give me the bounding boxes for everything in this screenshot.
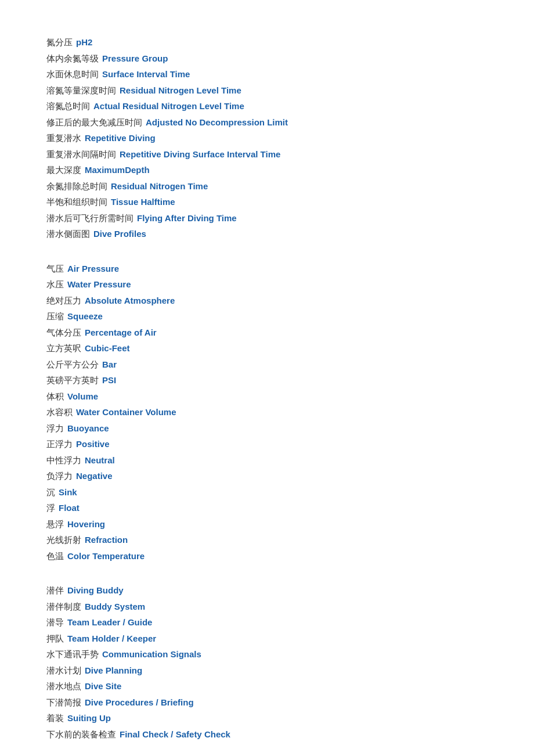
chinese-term: 修正后的最大免减压时间 [46,117,142,127]
term-line: 潜水后可飞行所需时间Flying After Diving Time [46,211,488,226]
chinese-term: 潜水侧面图 [46,229,90,239]
term-line: 英磅平方英时PSI [46,373,488,388]
chinese-term: 潜水地点 [46,681,81,691]
english-term: MaximumDepth [85,165,150,175]
term-line: 水下通讯手势Communication Signals [46,647,488,662]
term-line: 公斤平方公分Bar [46,357,488,372]
chinese-term: 氮分压 [46,37,73,47]
english-term: Volume [67,391,98,401]
chinese-term: 最大深度 [46,165,81,175]
term-line: 下水前的装备检查Final Check / Safety Check [46,727,488,742]
english-term: Buddy System [85,602,145,611]
chinese-term: 潜水计划 [46,665,81,675]
chinese-term: 沉 [46,487,55,497]
chinese-term: 水容积 [46,407,73,417]
term-line: 下潜简报Dive Procedures / Briefing [46,695,488,710]
english-term: Percentage of Air [85,327,157,337]
english-term: Positive [76,439,110,449]
term-line: 悬浮Hovering [46,517,488,532]
english-term: pH2 [76,37,92,47]
term-line: 氮分压pH2 [46,35,488,50]
english-term: Team Holder / Keeper [67,633,156,643]
chinese-term: 气体分压 [46,327,81,337]
term-line: 潜伴制度Buddy System [46,599,488,614]
english-term: Flying After Diving Time [137,213,237,223]
chinese-term: 潜伴 [46,585,64,595]
term-line: 体内余氮等级Pressure Group [46,51,488,66]
chinese-term: 潜导 [46,617,64,627]
term-line: 重复潜水Repetitive Diving [46,131,488,146]
chinese-term: 溶氮总时间 [46,101,90,111]
term-line: 押队Team Holder / Keeper [46,631,488,646]
term-line: 正浮力Positive [46,437,488,452]
english-term: Buoyance [67,423,109,433]
english-term: Final Check / Safety Check [120,729,230,739]
chinese-term: 重复潜水间隔时间 [46,149,116,159]
chinese-term: 水下通讯手势 [46,649,99,659]
english-term: Squeeze [67,311,103,321]
english-term: Bar [102,359,117,369]
english-term: Repetitive Diving [85,133,156,143]
content-container: 氮分压pH2体内余氮等级Pressure Group水面休息时间Surface … [46,35,488,741]
english-term: Water Container Volume [76,407,176,417]
english-term: Diving Buddy [67,585,124,595]
chinese-term: 水面休息时间 [46,69,99,79]
chinese-term: 浮力 [46,423,64,433]
term-line: 光线折射Refraction [46,532,488,548]
term-line: 水压Water Pressure [46,277,488,292]
english-term: Dive Site [85,681,121,691]
section-divider [46,574,488,583]
chinese-term: 立方英呎 [46,343,81,353]
section-section3: 潜伴Diving Buddy潜伴制度Buddy System潜导Team Lea… [46,583,488,741]
term-line: 沉Sink [46,485,488,500]
chinese-term: 体内余氮等级 [46,53,99,63]
english-term: Actual Residual Nitrogen Level Time [93,101,244,111]
section-divider [46,252,488,261]
chinese-term: 公斤平方公分 [46,359,99,369]
english-term: Sink [59,487,77,497]
chinese-term: 水压 [46,279,64,289]
chinese-term: 押队 [46,633,64,643]
english-term: Absolute Atmosphere [85,296,175,305]
chinese-term: 正浮力 [46,439,73,449]
term-line: 水容积Water Container Volume [46,405,488,420]
section-section1: 氮分压pH2体内余氮等级Pressure Group水面休息时间Surface … [46,35,488,242]
term-line: 气压Air Pressure [46,261,488,276]
chinese-term: 下潜简报 [46,697,81,707]
chinese-term: 下水前的装备检查 [46,729,116,739]
term-line: 半饱和组织时间Tissue Halftime [46,195,488,210]
term-line: 余氮排除总时间Residual Nitrogen Time [46,179,488,194]
chinese-term: 浮 [46,503,55,513]
chinese-term: 体积 [46,391,64,401]
chinese-term: 英磅平方英时 [46,375,99,385]
chinese-term: 中性浮力 [46,455,81,465]
term-line: 绝对压力Absolute Atmosphere [46,293,488,308]
chinese-term: 绝对压力 [46,296,81,305]
term-line: 潜水计划Dive Planning [46,663,488,678]
english-term: Suiting Up [67,713,111,723]
chinese-term: 着装 [46,713,64,723]
chinese-term: 负浮力 [46,471,73,481]
term-line: 重复潜水间隔时间Repetitive Diving Surface Interv… [46,147,488,162]
term-line: 修正后的最大免减压时间Adjusted No Decompression Lim… [46,115,488,130]
chinese-term: 气压 [46,264,64,273]
chinese-term: 溶氮等量深度时间 [46,85,116,95]
term-line: 中性浮力Neutral [46,453,488,468]
term-line: 潜伴Diving Buddy [46,583,488,598]
term-line: 压缩Squeeze [46,309,488,324]
english-term: Hovering [67,519,105,529]
section-section2: 气压Air Pressure水压Water Pressure绝对压力Absolu… [46,261,488,564]
term-line: 水面休息时间Surface Interval Time [46,67,488,82]
english-term: Adjusted No Decompression Limit [146,117,288,127]
english-term: Residual Nitrogen Level Time [120,85,241,95]
chinese-term: 余氮排除总时间 [46,181,107,191]
chinese-term: 压缩 [46,311,64,321]
term-line: 立方英呎Cubic-Feet [46,341,488,356]
term-line: 色温Color Temperature [46,549,488,564]
term-line: 溶氮等量深度时间Residual Nitrogen Level Time [46,83,488,98]
english-term: PSI [102,375,116,385]
english-term: Pressure Group [102,53,168,63]
english-term: Dive Planning [85,665,142,675]
chinese-term: 悬浮 [46,519,64,529]
term-line: 气体分压Percentage of Air [46,325,488,340]
